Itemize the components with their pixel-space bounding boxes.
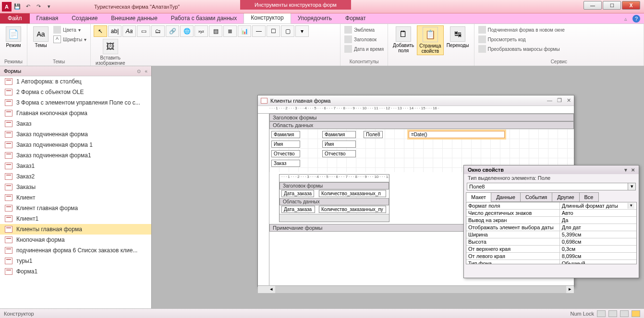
property-row[interactable]: Вывод на экранДа <box>466 217 636 224</box>
nav-item[interactable]: Заказ подчиненная форма 1 <box>0 140 151 150</box>
tab-create[interactable]: Создание <box>65 13 104 24</box>
emblem-button[interactable]: Эмблема <box>343 25 385 34</box>
property-row[interactable]: Высота0,698см <box>466 238 636 246</box>
minimize-button[interactable]: — <box>583 1 602 10</box>
tab-order-button[interactable]: ↹ Переходы <box>445 25 471 49</box>
help-icon[interactable]: ? <box>632 15 640 23</box>
textbox-lastname[interactable]: Фамилия <box>322 131 356 138</box>
form-close-icon[interactable]: ✕ <box>567 97 571 104</box>
view-layout-icon[interactable] <box>620 310 629 317</box>
nav-item[interactable]: Главная кнопочная форма <box>0 108 151 118</box>
form-restore-icon[interactable]: ❐ <box>557 97 562 104</box>
minimize-ribbon-icon[interactable]: ▵ <box>622 15 630 23</box>
nav-item[interactable]: туры1 <box>0 256 151 266</box>
property-tab[interactable]: Все <box>579 192 599 202</box>
convert-macros-button[interactable]: Преобразовать макросы формы <box>477 45 566 53</box>
prop-close-icon[interactable]: ✕ <box>631 167 635 173</box>
property-value[interactable]: Обычный <box>560 260 636 264</box>
undo-icon[interactable]: ↶ <box>23 2 33 12</box>
combobox-tool-icon[interactable]: ▤ <box>209 25 222 37</box>
tab-file[interactable]: Файл <box>0 13 30 24</box>
property-value[interactable]: Для дат <box>560 224 636 231</box>
nav-item[interactable]: Заказ2 <box>0 171 151 182</box>
view-mode-button[interactable]: 📄 Режим <box>3 25 24 49</box>
form-scrollbar[interactable]: ◂▸ <box>258 285 574 293</box>
subform-ctrl-col1[interactable]: Дата_заказа <box>281 206 315 213</box>
section-detail[interactable]: Область данных <box>269 121 574 129</box>
view-code-button[interactable]: Просмотреть код <box>477 35 566 44</box>
hyperlink-tool-icon[interactable]: 🔗 <box>166 25 179 37</box>
property-tab[interactable]: События <box>520 192 552 202</box>
textbox-date-expr[interactable]: =Date() <box>409 131 505 138</box>
property-value[interactable]: Да <box>560 217 636 224</box>
close-button[interactable]: X <box>622 1 640 10</box>
property-row[interactable]: Число десятичных знаковАвто <box>466 210 636 217</box>
label-order[interactable]: Заказ <box>271 160 300 167</box>
property-tab[interactable]: Данные <box>491 192 521 202</box>
property-object-selector[interactable]: ▾ <box>467 183 636 190</box>
nav-item[interactable]: Форма1 <box>0 266 151 277</box>
property-value[interactable]: 0,3см <box>560 246 636 252</box>
subform-section-header[interactable]: Заголовок формы <box>279 182 389 189</box>
nav-tool-icon[interactable]: xyz <box>194 25 208 37</box>
textbox-tool-icon[interactable]: ab| <box>108 25 122 37</box>
button-tool-icon[interactable]: ▭ <box>137 25 150 37</box>
nav-item[interactable]: Клиент1 <box>0 213 151 224</box>
view-datasheet-icon[interactable] <box>608 310 617 317</box>
insert-image-button[interactable]: 🖼 Вставить изображение <box>94 38 127 67</box>
label-middlename[interactable]: Отчество <box>271 150 300 157</box>
property-object-input[interactable] <box>467 183 628 190</box>
subform-header-col1[interactable]: Дата_заказа <box>281 190 314 197</box>
textbox-firstname[interactable]: Имя <box>322 141 356 148</box>
subform-header-col2[interactable]: Количество_заказанных_п <box>319 190 386 197</box>
tab-design[interactable]: Конструктор <box>243 12 291 24</box>
subform-container[interactable]: · · · 1 · · · 2 · · · 3 · · · 4 · · · 5 … <box>279 174 389 222</box>
nav-item[interactable]: Заказ1 <box>0 161 151 171</box>
property-row[interactable]: Формат поляДлинный формат даты▾ <box>466 202 636 210</box>
view-form-icon[interactable] <box>597 310 606 317</box>
add-fields-button[interactable]: 🗒 Добавить поля <box>391 25 416 54</box>
nav-item[interactable]: Заказ <box>0 118 151 129</box>
nav-header[interactable]: Формы ⊙ « <box>0 66 151 76</box>
nav-item[interactable]: подчиненная форма 6 Список заказов клие.… <box>0 245 151 256</box>
listbox-tool-icon[interactable]: ≣ <box>223 25 237 37</box>
property-row[interactable]: От верхнего края0,3см <box>466 246 636 253</box>
subform-scrollbar[interactable] <box>279 214 389 222</box>
save-icon[interactable]: 💾 <box>12 2 22 12</box>
toggle-tool-icon[interactable]: ☐ <box>267 25 280 37</box>
nav-item[interactable]: Клиенты главная форма <box>0 224 151 235</box>
label-tool-icon[interactable]: Aa <box>122 25 136 37</box>
more-controls-icon[interactable]: ▾ <box>295 25 309 37</box>
redo-icon[interactable]: ↷ <box>34 2 43 12</box>
title-button[interactable]: Заголовок <box>343 35 385 44</box>
view-design-icon[interactable] <box>632 310 640 317</box>
label-lastname[interactable]: Фамилия <box>271 131 300 138</box>
chart-tool-icon[interactable]: 📊 <box>238 25 251 37</box>
form-window-titlebar[interactable]: Клиенты главная форма — ❐ ✕ <box>258 95 574 106</box>
nav-item[interactable]: 3 Форма с элементом управления Поле со с… <box>0 97 151 108</box>
property-tab[interactable]: Другие <box>552 192 579 202</box>
subform-section-detail[interactable]: Область данных <box>279 198 389 205</box>
nav-item[interactable]: Кнопочная форма <box>0 235 151 245</box>
colors-button[interactable]: Цвета ▾ <box>52 25 87 34</box>
property-tab[interactable]: Макет <box>466 192 491 202</box>
section-form-header[interactable]: Заголовок формы <box>269 114 574 121</box>
nav-item[interactable]: Заказ подчиненная форма <box>0 129 151 140</box>
property-row[interactable]: От левого края8,099см <box>466 253 636 260</box>
textbox-middlename[interactable]: Отчество <box>322 150 356 157</box>
property-value[interactable]: Длинный формат даты▾ <box>560 202 636 209</box>
select-tool-icon[interactable]: ↖ <box>94 25 107 37</box>
line-tool-icon[interactable]: — <box>252 25 266 37</box>
property-row[interactable]: Тип фонаОбычный <box>466 260 636 264</box>
property-row[interactable]: Ширина5,399см <box>466 231 636 238</box>
nav-dropdown-icon[interactable]: ⊙ « <box>137 69 147 74</box>
nav-item[interactable]: Заказы <box>0 182 151 192</box>
subform-ctrl-col2[interactable]: Количество_заказанных_пу <box>319 206 386 213</box>
property-sheet-button[interactable]: 📋 Страница свойств <box>417 25 443 55</box>
tab-database-tools[interactable]: Работа с базами данных <box>164 13 243 24</box>
tab-home[interactable]: Главная <box>30 13 65 24</box>
nav-item[interactable]: 1 Автоформа: в столбец <box>0 76 151 87</box>
themes-button[interactable]: Aa Темы <box>30 25 51 49</box>
web-tool-icon[interactable]: 🌐 <box>180 25 194 37</box>
prop-dropdown-icon[interactable]: ▼ <box>623 167 628 173</box>
